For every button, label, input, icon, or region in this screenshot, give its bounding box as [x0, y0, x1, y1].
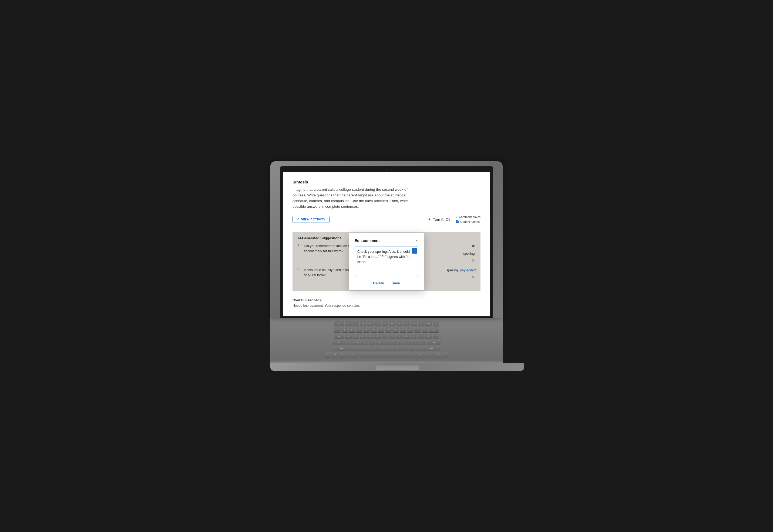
key-d[interactable]: D [361, 340, 368, 345]
key-minus[interactable]: - [414, 327, 421, 333]
comment-boxes-checkbox[interactable]: ✓ Comment boxes [456, 214, 480, 220]
webcam [386, 169, 387, 170]
key-space[interactable] [360, 352, 413, 357]
key-6[interactable]: 6 [378, 327, 384, 333]
key-comma[interactable]: , [402, 346, 408, 351]
key-f6[interactable]: F6 [382, 321, 388, 326]
key-ctrl[interactable]: ctrl [332, 352, 338, 357]
key-l[interactable]: L [405, 340, 412, 345]
key-f10[interactable]: F10 [411, 321, 417, 326]
key-o[interactable]: O [404, 333, 410, 339]
key-f8[interactable]: F8 [396, 321, 403, 326]
comment-boxes-checkmark: ✓ [456, 215, 458, 219]
modal-comment-textarea[interactable]: Check your spelling. Also, It should be … [355, 247, 418, 276]
key-arrow-up-down[interactable]: ▲▼ [435, 352, 441, 357]
key-f5[interactable]: F5 [374, 321, 381, 326]
key-1[interactable]: 1 [341, 327, 348, 333]
app-container: Síntesis Imagine that a parent calls a c… [283, 172, 490, 316]
key-lbracket[interactable]: [ [418, 333, 425, 339]
checkboxes-area: ✓ Comment boxes Student names [456, 214, 480, 224]
key-cmd-left[interactable]: ⌘ [346, 352, 359, 357]
key-shift-left[interactable]: shift [334, 346, 350, 351]
trackpad[interactable] [376, 365, 419, 370]
key-0[interactable]: 0 [407, 327, 413, 333]
modal-actions: Delete Save [355, 281, 418, 285]
key-f1[interactable]: F1 [345, 321, 352, 326]
key-f12[interactable]: F12 [425, 321, 432, 326]
key-backslash[interactable]: \ [433, 333, 439, 339]
key-slash[interactable]: / [416, 346, 423, 351]
key-j[interactable]: J [391, 340, 397, 345]
key-b[interactable]: B [380, 346, 386, 351]
key-a[interactable]: A [347, 340, 353, 345]
key-h[interactable]: H [383, 340, 390, 345]
keyboard-row-3: tab Q W E R T Y U I O P [ ] \ [276, 333, 497, 339]
key-rbracket[interactable]: ] [425, 333, 432, 339]
key-p[interactable]: P [411, 333, 417, 339]
key-f2[interactable]: F2 [352, 321, 359, 326]
key-5[interactable]: 5 [371, 327, 377, 333]
key-x[interactable]: X [358, 346, 364, 351]
key-f4[interactable]: F4 [367, 321, 374, 326]
accent-character-button[interactable]: á [412, 248, 417, 254]
key-f[interactable]: F [369, 340, 375, 345]
key-u[interactable]: U [389, 333, 395, 339]
key-power[interactable]: ⏏ [433, 321, 439, 326]
key-7[interactable]: 7 [385, 327, 392, 333]
key-4[interactable]: 4 [363, 327, 370, 333]
view-activity-label: VIEW ACTIVITY [301, 218, 326, 221]
key-quote[interactable]: ' [420, 340, 426, 345]
key-k[interactable]: K [398, 340, 404, 345]
key-tab[interactable]: tab [334, 333, 344, 339]
keyboard: esc F1 F2 F3 F4 F5 F6 F7 F8 F9 F10 F11 F… [270, 318, 503, 360]
key-fn[interactable]: fn [324, 352, 331, 357]
student-names-label: Student names [460, 219, 480, 224]
key-r[interactable]: R [367, 333, 374, 339]
key-3[interactable]: 3 [356, 327, 362, 333]
turn-ai-off-label: Turn AI Off [433, 217, 450, 221]
key-8[interactable]: 8 [392, 327, 399, 333]
view-activity-button[interactable]: ⤢ VIEW ACTIVITY [293, 216, 330, 223]
key-f9[interactable]: F9 [404, 321, 410, 326]
key-g[interactable]: G [376, 340, 382, 345]
key-y[interactable]: Y [382, 333, 388, 339]
key-q[interactable]: Q [345, 333, 352, 339]
feedback-title: Overall Feedback [293, 298, 480, 302]
key-arrow-left[interactable]: ◀ [428, 352, 434, 357]
key-s[interactable]: S [354, 340, 361, 345]
turn-ai-off-button[interactable]: ✦ Turn AI Off [428, 217, 450, 221]
key-2[interactable]: 2 [349, 327, 355, 333]
key-cmd-right[interactable]: ⌘ [414, 352, 427, 357]
key-equals[interactable]: = [422, 327, 428, 333]
key-f3[interactable]: F3 [360, 321, 366, 326]
key-return[interactable]: return [427, 340, 441, 345]
key-caps[interactable]: caps [332, 340, 346, 345]
key-f11[interactable]: F11 [418, 321, 425, 326]
keyboard-row-6: fn ctrl opt ⌘ ⌘ ◀ ▲▼ ▶ [276, 352, 497, 357]
keyboard-row-1: esc F1 F2 F3 F4 F5 F6 F7 F8 F9 F10 F11 F… [276, 321, 497, 326]
key-shift-right[interactable]: shift [423, 346, 440, 351]
key-i[interactable]: I [396, 333, 403, 339]
modal-save-button[interactable]: Save [392, 281, 400, 285]
key-z[interactable]: Z [351, 346, 357, 351]
modal-close-button[interactable]: × [415, 238, 418, 243]
key-option[interactable]: opt [339, 352, 345, 357]
student-names-checkbox[interactable]: Student names [456, 219, 480, 224]
key-arrow-right[interactable]: ▶ [442, 352, 449, 357]
modal-delete-button[interactable]: Delete [373, 281, 384, 285]
key-period[interactable]: . [409, 346, 415, 351]
key-backtick[interactable]: ` [334, 327, 341, 333]
key-semicolon[interactable]: ; [412, 340, 419, 345]
key-e[interactable]: E [360, 333, 366, 339]
key-f7[interactable]: F7 [389, 321, 395, 326]
key-esc[interactable]: esc [334, 321, 344, 326]
comment-boxes-label: Comment boxes [459, 214, 480, 220]
key-n[interactable]: N [387, 346, 394, 351]
key-9[interactable]: 9 [400, 327, 406, 333]
key-c[interactable]: C [365, 346, 372, 351]
key-t[interactable]: T [374, 333, 381, 339]
key-m[interactable]: M [394, 346, 401, 351]
key-delete[interactable]: del [429, 327, 439, 333]
key-w[interactable]: W [352, 333, 359, 339]
key-v[interactable]: V [372, 346, 379, 351]
